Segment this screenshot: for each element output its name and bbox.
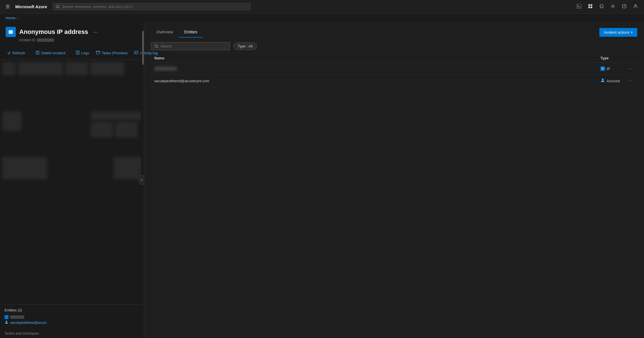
top-navigation: ☰ Microsoft Azure ? — [0, 0, 644, 14]
panel-body: Type : All Name Type — [144, 38, 644, 338]
chart-block-6 — [91, 112, 142, 120]
help-icon: ? — [622, 4, 626, 8]
profile-button[interactable] — [630, 2, 641, 11]
entity-type-label-1: IP — [607, 67, 610, 71]
left-body-charts — [0, 60, 144, 304]
svg-rect-14 — [9, 31, 12, 33]
svg-text:?: ? — [624, 5, 625, 8]
tab-entities[interactable]: Entities — [179, 27, 203, 38]
entities-section: Entities (2) secuitytestfriend@accel... — [0, 304, 144, 329]
delete-label: Delete incident — [41, 51, 66, 55]
row-more-button-2[interactable]: ··· — [627, 78, 634, 84]
table-body: IP IP ··· secuitytestfriend@accelerynt.c… — [151, 63, 637, 87]
chart-block-8 — [115, 122, 138, 138]
entity-name-cell-1 — [151, 63, 597, 75]
global-search-input[interactable] — [62, 5, 247, 9]
portal-icon — [588, 4, 593, 8]
svg-point-8 — [612, 5, 614, 7]
table-row[interactable]: secuitytestfriend@accelerynt.com Account — [151, 75, 637, 87]
page-header: Anonymous IP address ··· Incident ID — [0, 22, 144, 48]
entity-name-blurred — [154, 67, 177, 71]
chart-block-7 — [91, 122, 113, 138]
chart-block-1 — [2, 62, 16, 75]
panel-tabs: Overview Entities — [151, 27, 203, 38]
chart-row-3 — [2, 157, 142, 179]
ip-entity-name — [10, 315, 24, 319]
chevron-down-icon: ▾ — [631, 31, 633, 34]
portal-button[interactable] — [585, 2, 595, 11]
delete-incident-button[interactable]: Delete incident — [33, 49, 68, 57]
search-icon — [56, 5, 60, 9]
chart-block-9 — [2, 157, 47, 179]
svg-rect-5 — [591, 4, 592, 6]
svg-rect-15 — [36, 52, 39, 55]
activity-log-icon — [134, 51, 138, 55]
page-header-top: Anonymous IP address ··· — [6, 27, 138, 37]
svg-line-32 — [157, 47, 158, 48]
chart-block-3 — [66, 62, 88, 75]
entity-type-label-2: Account — [607, 79, 620, 83]
settings-button[interactable] — [608, 2, 618, 11]
left-entity-ip[interactable] — [5, 315, 139, 320]
logs-button[interactable]: Logs — [73, 49, 92, 57]
global-search-bar[interactable] — [53, 3, 251, 10]
main-content: Anonymous IP address ··· Incident ID ↺ R… — [0, 22, 644, 338]
table-row[interactable]: IP IP ··· — [151, 63, 637, 75]
page-icon — [6, 27, 16, 37]
profile-icon — [633, 4, 638, 8]
toolbar: ↺ Refresh Delete incident Logs — [0, 48, 144, 60]
breadcrumb: Home › — [0, 14, 644, 22]
tasks-button[interactable]: Tasks (Preview) — [93, 49, 131, 57]
activity-log-button[interactable]: Activity log — [131, 49, 160, 57]
entity-name-cell-2: secuitytestfriend@accelerynt.com — [151, 75, 597, 87]
svg-point-31 — [155, 45, 157, 47]
incident-actions-button[interactable]: Incident actions ▾ — [599, 28, 637, 37]
incident-id-value — [37, 38, 54, 42]
entity-search-bar[interactable] — [151, 42, 230, 50]
help-button[interactable]: ? — [619, 2, 629, 11]
scrollbar-thumb[interactable] — [142, 31, 144, 65]
refresh-button[interactable]: ↺ Refresh — [5, 49, 28, 57]
chart-block-4 — [90, 62, 124, 75]
tab-overview[interactable]: Overview — [151, 27, 179, 38]
col-name: Name — [151, 54, 597, 63]
left-entity-account[interactable]: secuitytestfriend@accel... — [5, 320, 139, 326]
more-options-button[interactable]: ··· — [92, 29, 99, 36]
ip-type-icon: IP — [600, 66, 605, 71]
tasks-label: Tasks (Preview) — [102, 51, 128, 55]
panel-header: Overview Entities Incident actions ▾ — [144, 22, 644, 38]
chart-block-2 — [18, 62, 63, 75]
search-filter-row: Type : All — [151, 42, 637, 50]
entities-title: Entities (2) — [5, 308, 139, 312]
incident-id: Incident ID — [6, 38, 138, 42]
incident-actions-label: Incident actions — [604, 30, 629, 34]
notifications-button[interactable] — [597, 2, 607, 11]
type-filter-button[interactable]: Type : All — [233, 42, 257, 50]
chart-row-1 — [2, 62, 142, 75]
terminal-icon — [577, 4, 581, 8]
nav-icon-group: ? — [574, 2, 641, 11]
col-actions — [623, 54, 637, 63]
ip-icon — [5, 315, 8, 319]
entity-search-input[interactable] — [161, 44, 226, 48]
account-entity-link[interactable]: secuitytestfriend@accel... — [10, 321, 49, 325]
refresh-label: Refresh — [12, 51, 25, 55]
page-title: Anonymous IP address — [19, 28, 88, 36]
row-more-button-1[interactable]: ··· — [627, 66, 634, 72]
hamburger-button[interactable]: ☰ — [3, 3, 12, 10]
account-type-icon — [600, 78, 605, 84]
entity-actions-cell-1: ··· — [623, 63, 637, 75]
breadcrumb-separator: › — [17, 16, 18, 20]
svg-rect-25 — [96, 51, 100, 54]
type-filter-label: Type : All — [238, 44, 253, 48]
collapse-panel-button[interactable]: « — [139, 176, 144, 185]
entity-name-2: secuitytestfriend@accelerynt.com — [154, 79, 594, 83]
terminal-icon-button[interactable] — [574, 2, 584, 11]
svg-rect-6 — [588, 6, 590, 8]
tasks-icon — [96, 51, 100, 55]
logs-label: Logs — [81, 51, 89, 55]
col-type: Type — [597, 54, 623, 63]
breadcrumb-home[interactable]: Home — [6, 16, 16, 20]
entity-type-cell-1: IP IP — [597, 63, 623, 75]
chart-row-2 — [2, 112, 142, 138]
